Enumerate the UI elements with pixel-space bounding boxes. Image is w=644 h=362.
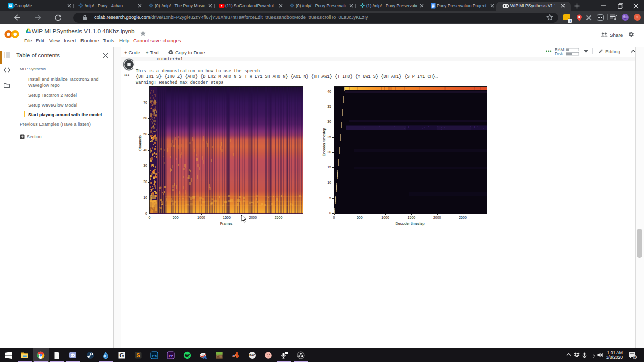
svg-text:S: S xyxy=(136,352,140,358)
svg-text:3: 3 xyxy=(569,19,571,23)
svg-text:3/8/2020: 3/8/2020 xyxy=(606,355,623,360)
svg-text:EAC: EAC xyxy=(249,354,255,357)
svg-text:1:01 AM: 1:01 AM xyxy=(607,350,623,355)
svg-text:Pr: Pr xyxy=(169,354,173,358)
svg-text:Ps: Ps xyxy=(152,354,157,358)
svg-text:G: G xyxy=(120,352,124,359)
